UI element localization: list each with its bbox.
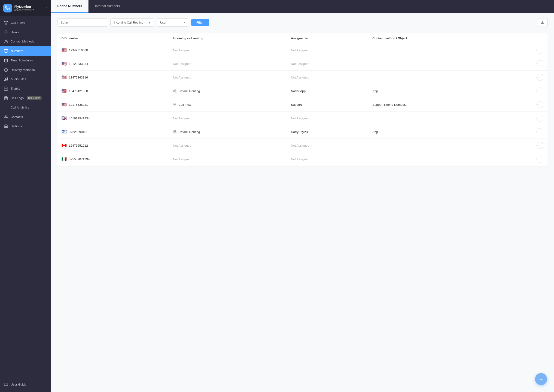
routing-cell: Not Assigned: [169, 71, 287, 84]
assigned-value: Support: [291, 103, 302, 106]
sidebar-item-users[interactable]: Users: [0, 28, 51, 37]
sidebar-item-call-flows[interactable]: Call Flows: [0, 18, 51, 28]
sidebar-item-audio-files[interactable]: Audio Files: [0, 75, 51, 84]
download-icon: [541, 20, 545, 24]
row-more-button[interactable]: ⋯: [536, 128, 543, 135]
sidebar-item-trunks[interactable]: Trunks: [0, 84, 51, 93]
content-area: Incoming Call Routing ▼ User ▼ Filter DI…: [51, 13, 554, 392]
download-button[interactable]: [538, 18, 547, 27]
tab-phone-numbers[interactable]: Phone Numbers: [51, 0, 88, 13]
assigned-value: Not Assigned: [291, 76, 309, 79]
sidebar: FlyNumber phone.systems™ ‹ Call Flows: [0, 0, 51, 392]
sidebar-item-contacts[interactable]: Contacts: [0, 112, 51, 122]
sidebar-item-call-logs[interactable]: Call Logs Deprecated: [0, 93, 51, 103]
table-row: 🇨🇦 16475551212 Not Assigned Not Assigned…: [57, 139, 547, 152]
sidebar-item-time-schedules[interactable]: Time Schedules: [0, 56, 51, 65]
sidebar-item-contact-methods[interactable]: Contact Methods: [0, 37, 51, 46]
did-number: 97225690101: [69, 130, 88, 134]
numbers-table-container: DID number Incoming call routing Assigne…: [57, 33, 547, 166]
sidebar-item-call-analytics[interactable]: Call Analytics: [0, 103, 51, 112]
table-row: 🇺🇸 12342310080 Not Assigned Not Assigned…: [57, 43, 547, 57]
col-did-number: DID number: [57, 33, 169, 43]
did-number: 525552071234: [69, 157, 90, 161]
routing-cell: Not Assigned: [169, 112, 287, 125]
did-number: 12123333334: [69, 62, 88, 66]
sidebar-item-contacts-label: Contacts: [11, 115, 23, 119]
assigned-value: Not Assigned: [291, 157, 309, 161]
search-input[interactable]: [57, 19, 108, 27]
call-logs-deprecated-badge: Deprecated: [27, 96, 42, 100]
assigned-value: Nader App: [291, 89, 306, 93]
routing-dropdown[interactable]: Incoming Call Routing ▼: [110, 19, 154, 27]
row-actions-cell: ⋯: [501, 71, 547, 84]
tab-internal-numbers[interactable]: Internal Numbers: [88, 0, 126, 13]
user-dropdown[interactable]: User ▼: [157, 19, 189, 27]
svg-point-39: [174, 130, 175, 132]
sidebar-header: FlyNumber phone.systems™ ‹: [0, 0, 51, 16]
assigned-cell: Not Assigned: [287, 57, 368, 71]
add-phone-number-button[interactable]: +: [535, 373, 547, 385]
assigned-cell: Nader App: [287, 84, 368, 98]
brand: FlyNumber phone.systems™: [3, 4, 34, 13]
did-cell: 🇺🇸 12342310080: [57, 43, 169, 57]
routing-value: Default Routing: [173, 130, 283, 134]
numbers-icon: [4, 49, 8, 53]
main-content: Phone Numbers Internal Numbers Incoming …: [51, 0, 554, 392]
sidebar-item-numbers[interactable]: Numbers: [0, 46, 51, 56]
assigned-cell: Not Assigned: [287, 139, 368, 152]
sidebar-collapse-button[interactable]: ‹: [45, 5, 48, 11]
did-number: 441617941234: [69, 117, 90, 120]
row-actions-cell: ⋯: [501, 43, 547, 57]
row-more-button[interactable]: ⋯: [536, 101, 543, 108]
country-flag: 🇬🇧: [61, 116, 67, 120]
filter-bar: Incoming Call Routing ▼ User ▼ Filter: [57, 18, 547, 27]
row-more-button[interactable]: ⋯: [536, 60, 543, 67]
sidebar-item-audio-files-label: Audio Files: [11, 77, 26, 81]
contact-method-cell: [368, 112, 501, 125]
row-actions-cell: ⋯: [501, 98, 547, 112]
sidebar-item-call-flows-label: Call Flows: [11, 21, 25, 24]
contact-method-cell: [368, 152, 501, 166]
contact-method-cell: [368, 139, 501, 152]
routing-value: Default Routing: [173, 89, 283, 93]
sidebar-item-settings[interactable]: Settings: [0, 121, 51, 131]
sidebar-item-user-guide[interactable]: User Guide: [0, 380, 51, 389]
tabs-bar: Phone Numbers Internal Numbers: [51, 0, 554, 13]
audio-files-icon: [4, 77, 8, 82]
contact-method-cell: [368, 57, 501, 71]
svg-rect-12: [4, 59, 8, 62]
assigned-cell: Not Assigned: [287, 43, 368, 57]
filter-button[interactable]: Filter: [191, 19, 209, 26]
row-actions-cell: ⋯: [501, 152, 547, 166]
sidebar-item-delivery-methods[interactable]: Delivery Methods: [0, 65, 51, 75]
assigned-cell: Harry Styles: [287, 125, 368, 139]
row-more-button[interactable]: ⋯: [536, 87, 543, 94]
did-number: 12342310080: [69, 49, 88, 52]
sidebar-footer: User Guide: [0, 378, 51, 392]
routing-value: Not Assigned: [173, 62, 191, 66]
country-flag: 🇺🇸: [61, 89, 67, 93]
row-more-button[interactable]: ⋯: [536, 142, 543, 149]
contact-method-cell: App: [368, 84, 501, 98]
svg-rect-9: [4, 49, 8, 52]
sidebar-item-settings-label: Settings: [11, 125, 22, 128]
row-more-button[interactable]: ⋯: [536, 115, 543, 122]
svg-point-7: [5, 31, 6, 32]
brand-name: FlyNumber: [14, 5, 34, 8]
did-cell: 🇺🇸 13473421058: [57, 84, 169, 98]
row-more-button[interactable]: ⋯: [536, 156, 543, 162]
assigned-cell: Not Assigned: [287, 71, 368, 84]
call-flows-icon: [4, 21, 8, 25]
row-more-button[interactable]: ⋯: [536, 74, 543, 81]
did-cell: 🇺🇸 12123333334: [57, 57, 169, 71]
svg-point-29: [6, 126, 7, 127]
did-cell: 🇮🇱 97225690101: [57, 125, 169, 139]
row-more-button[interactable]: ⋯: [536, 47, 543, 54]
col-actions: [501, 33, 547, 43]
col-assigned-to: Assigned to: [287, 33, 368, 43]
routing-value: Not Assigned: [173, 76, 191, 79]
assigned-cell: Not Assigned: [287, 152, 368, 166]
country-flag: 🇨🇦: [61, 143, 67, 147]
routing-value: Call Flow: [173, 103, 283, 106]
table-row: 🇺🇸 13472363116 Not Assigned Not Assigned…: [57, 71, 547, 84]
